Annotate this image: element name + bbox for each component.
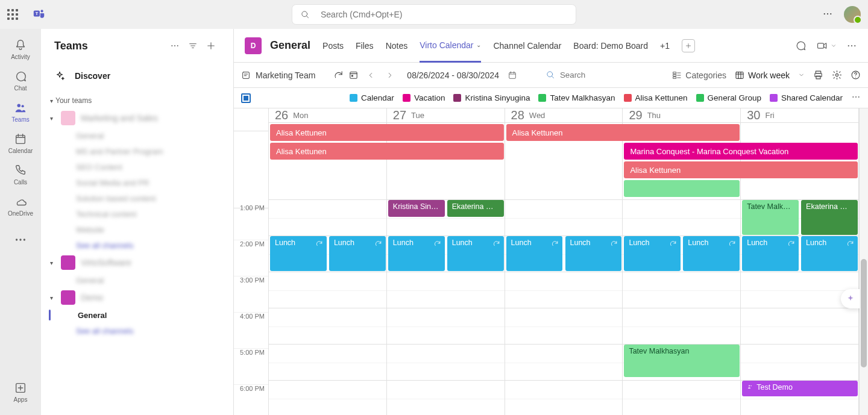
legend-item[interactable]: Alisa Kettunen [624, 93, 688, 102]
calendar-event[interactable]: Lunch [388, 236, 445, 271]
note-icon[interactable] [241, 70, 251, 80]
channel-row[interactable]: Solution based content [47, 190, 227, 206]
allday-event[interactable]: Alisa Kettunen [624, 161, 858, 178]
tab-files[interactable]: Files [356, 29, 374, 63]
team-row[interactable]: ▾Demo [47, 288, 227, 307]
more-icon[interactable] [846, 40, 857, 51]
legend-item[interactable]: Calendar [350, 93, 394, 102]
rail-teams[interactable]: Teams [0, 96, 41, 128]
channel-row[interactable]: SEO Content [47, 159, 227, 175]
today-icon[interactable] [348, 70, 359, 80]
tab-channel-calendar[interactable]: Channel Calendar [493, 29, 561, 63]
rail-chat[interactable]: Chat [0, 65, 41, 96]
next-button[interactable] [383, 68, 397, 83]
calendar-event[interactable]: Lunch [624, 236, 681, 271]
calendar-event[interactable]: Tatev Malkhasyan [624, 345, 740, 377]
rail-apps[interactable]: Apps [0, 376, 41, 408]
allday-event[interactable]: Alisa Kettunen [270, 143, 504, 160]
calendar-icon[interactable] [508, 70, 517, 80]
rail-activity[interactable]: Activity [0, 34, 41, 65]
see-all-channels[interactable]: See all channels [47, 323, 227, 339]
legend-item[interactable]: Shared Calendar [770, 93, 843, 102]
calendar-event[interactable]: Lunch [565, 236, 622, 271]
channel-row[interactable]: Social Media and PR [47, 175, 227, 190]
allday-event[interactable]: Alisa Kettunen [270, 124, 504, 141]
calendar-event[interactable]: Lunch [506, 236, 563, 271]
apps-icon [14, 381, 27, 395]
date-range[interactable]: 08/26/2024 - 08/30/2024 [407, 70, 499, 80]
calendar-event[interactable]: Lunch [683, 236, 740, 271]
discover-button[interactable]: Discover [41, 63, 233, 89]
calendar-event[interactable]: Ekaterina … [447, 200, 504, 217]
meet-button[interactable] [816, 40, 837, 52]
rail-more[interactable] [0, 224, 41, 255]
toolbar-team[interactable]: Marketing Team [256, 70, 315, 80]
tab-overflow[interactable]: +1 [660, 29, 670, 63]
tab-board-demo-board[interactable]: Board: Demo Board [573, 29, 648, 63]
app-launcher-icon[interactable] [7, 9, 18, 20]
more-icon[interactable] [166, 37, 184, 55]
your-teams-heading[interactable]: ▾Your teams [47, 93, 227, 108]
view-switcher[interactable]: Work week [735, 70, 790, 80]
chevron-down-icon[interactable] [798, 72, 805, 78]
see-all-channels[interactable]: See all channels [47, 237, 227, 253]
team-row[interactable]: ▾Marketing and Sales [47, 108, 227, 128]
legend-item[interactable]: Tatev Malkhasyan [538, 93, 615, 102]
legend-item[interactable]: Vacation [403, 93, 445, 102]
allday-event[interactable] [624, 180, 740, 197]
calendar-event[interactable]: Lunch [742, 236, 799, 271]
calendar-event[interactable]: Lunch [801, 236, 858, 271]
calendar-event[interactable]: Lunch [270, 236, 327, 271]
channel-row[interactable]: General [47, 272, 227, 288]
sync-icon [610, 240, 618, 248]
svg-point-61 [855, 96, 857, 98]
calendar-event[interactable]: Lunch [447, 236, 504, 271]
calendar-event[interactable]: Kristina Sin… [388, 200, 445, 217]
channel-row[interactable]: MS and Partner Program [47, 143, 227, 159]
calendar-search[interactable] [546, 70, 620, 80]
rail-onedrive[interactable]: OneDrive [0, 190, 41, 222]
copilot-icon[interactable] [841, 289, 860, 308]
tab-posts[interactable]: Posts [322, 29, 344, 63]
calendar-event[interactable]: Tatev Malk… [742, 200, 799, 235]
tab-virto-calendar[interactable]: Virto Calendar⌄ [420, 29, 481, 63]
chat-icon[interactable] [794, 40, 807, 52]
calendar-event[interactable]: Test Demo [742, 381, 858, 396]
svg-rect-46 [673, 76, 676, 78]
svg-point-20 [171, 45, 172, 46]
tab-notes[interactable]: Notes [386, 29, 408, 63]
day-header: 29Thu [623, 108, 741, 123]
search-input[interactable] [321, 10, 567, 19]
legend-item[interactable]: Kristina Sinyugina [453, 93, 530, 102]
more-icon[interactable] [822, 8, 833, 21]
help-icon[interactable] [851, 70, 861, 80]
filter-icon[interactable] [184, 37, 202, 55]
channel-row[interactable]: Website [47, 222, 227, 237]
print-icon[interactable] [813, 70, 823, 80]
calendar-event[interactable]: Lunch [329, 236, 386, 271]
allday-event[interactable]: Alisa Kettunen [506, 124, 740, 141]
refresh-icon[interactable] [333, 70, 344, 80]
legend-more-icon[interactable] [851, 92, 861, 104]
channel-row[interactable]: General [47, 307, 227, 323]
user-avatar[interactable] [844, 6, 861, 23]
add-team-icon[interactable] [202, 37, 220, 55]
allday-event[interactable]: Marina Conquest - Marina Conquest Vacati… [624, 143, 858, 160]
team-row[interactable]: ▾VirtoSoftware [47, 253, 227, 272]
global-search[interactable] [292, 5, 576, 24]
calendar-search-input[interactable] [560, 70, 620, 80]
legend-item[interactable]: General Group [696, 93, 761, 102]
select-all-calendars[interactable] [241, 93, 251, 103]
gear-icon[interactable] [832, 70, 842, 80]
sync-icon [315, 240, 323, 248]
rail-calls[interactable]: Calls [0, 159, 41, 190]
sync-icon [492, 240, 500, 248]
channel-row[interactable]: General [47, 128, 227, 143]
rail-calendar[interactable]: Calendar [0, 128, 41, 159]
prev-button[interactable] [363, 68, 378, 83]
categories-button[interactable]: Categories [672, 70, 726, 80]
calendar-event[interactable]: Ekaterina … [801, 200, 858, 235]
add-tab-button[interactable] [682, 39, 695, 52]
channel-row[interactable]: Technical content [47, 206, 227, 222]
vertical-scrollbar[interactable] [860, 108, 868, 415]
